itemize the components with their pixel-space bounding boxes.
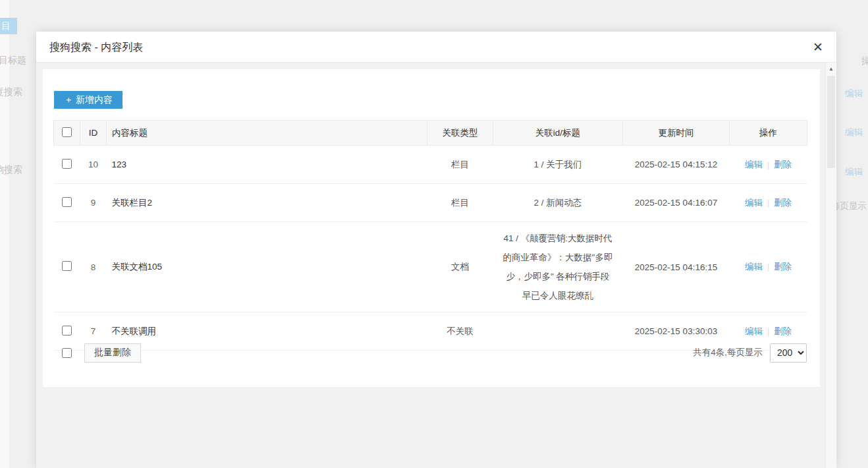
row-checkbox[interactable] <box>62 326 72 336</box>
cell-rel: 41 / 《颠覆营销:大数据时代的商业革命》：大数据"多即少，少即多" 各种行销… <box>493 222 623 312</box>
background-sidebar <box>0 0 9 468</box>
background-label-baidu-search: 度搜索 <box>0 86 22 98</box>
background-summary-fragment: 每页显示 <box>831 200 867 212</box>
select-all-checkbox[interactable] <box>62 127 72 137</box>
content-card: ＋ 新增内容 ID 内容标题 关联类型 关联id/标题 更新时间 操作 <box>43 69 820 387</box>
background-ops-header-fragment: 操作 <box>861 55 868 67</box>
cell-time: 2025-02-15 04:16:07 <box>623 184 730 222</box>
table-row: 8 关联文档105 文档 41 / 《颠覆营销:大数据时代的商业革命》：大数据"… <box>54 222 807 312</box>
dialog-header: 搜狗搜索 - 内容列表 ✕ <box>36 32 836 63</box>
op-separator: | <box>767 198 769 208</box>
header-ops: 操作 <box>730 121 807 146</box>
delete-link[interactable]: 删除 <box>774 326 792 336</box>
table-footer: 批量删除 共有4条,每页显示 200 <box>53 341 807 364</box>
background-edit-link: 编辑 <box>845 166 863 178</box>
cell-ops: 编辑|删除 <box>730 184 807 222</box>
op-separator: | <box>767 327 769 336</box>
add-content-button[interactable]: ＋ 新增内容 <box>54 91 122 109</box>
cell-ops: 编辑|删除 <box>730 146 807 184</box>
delete-link[interactable]: 删除 <box>774 160 792 169</box>
header-id: ID <box>80 121 107 146</box>
cell-time: 2025-02-15 04:16:15 <box>623 222 730 312</box>
cell-time: 2025-02-15 04:15:12 <box>623 146 730 184</box>
edit-link[interactable]: 编辑 <box>745 198 763 208</box>
page-size-select[interactable]: 200 <box>770 343 807 363</box>
content-list-dialog: 搜狗搜索 - 内容列表 ✕ ▲ ＋ 新增内容 ID 内容标题 关联类型 <box>36 32 836 468</box>
edit-link[interactable]: 编辑 <box>745 326 763 336</box>
background-active-menu-item: 目 <box>0 18 17 34</box>
cell-rel: 1 / 关于我们 <box>493 146 623 184</box>
cell-title: 关联栏目2 <box>107 184 427 222</box>
header-title: 内容标题 <box>107 121 427 146</box>
background-label-column-title: 目标题 <box>0 55 26 67</box>
cell-type: 栏目 <box>427 184 493 222</box>
edit-link[interactable]: 编辑 <box>745 262 763 272</box>
table-header-row: ID 内容标题 关联类型 关联id/标题 更新时间 操作 <box>54 121 807 146</box>
footer-select-all-checkbox[interactable] <box>62 348 72 358</box>
cell-title: 关联文档105 <box>107 222 427 312</box>
scrollbar-thumb[interactable] <box>827 76 835 168</box>
table-row: 10 123 栏目 1 / 关于我们 2025-02-15 04:15:12 编… <box>54 146 807 184</box>
cell-rel: 2 / 新闻动态 <box>493 184 623 222</box>
cell-id: 9 <box>80 184 107 222</box>
background-edit-link: 编辑 <box>845 88 863 100</box>
page-summary: 共有4条,每页显示 <box>693 347 763 359</box>
scrollbar-up-arrow-icon[interactable]: ▲ <box>826 66 836 72</box>
row-checkbox[interactable] <box>62 261 72 271</box>
cell-type: 栏目 <box>427 146 493 184</box>
background-label-sogou-search: 狗搜索 <box>0 164 22 176</box>
background-edit-link: 编辑 <box>845 127 863 138</box>
delete-link[interactable]: 删除 <box>774 198 792 208</box>
vertical-scrollbar[interactable]: ▲ <box>825 63 836 468</box>
cell-id: 8 <box>80 222 107 312</box>
batch-delete-button[interactable]: 批量删除 <box>84 343 141 363</box>
header-time: 更新时间 <box>623 121 730 146</box>
dialog-title: 搜狗搜索 - 内容列表 <box>49 32 143 63</box>
op-separator: | <box>767 262 769 272</box>
edit-link[interactable]: 编辑 <box>745 160 763 169</box>
close-icon[interactable]: ✕ <box>813 39 823 55</box>
op-separator: | <box>767 160 769 169</box>
delete-link[interactable]: 删除 <box>774 262 792 272</box>
header-rel: 关联id/标题 <box>493 121 623 146</box>
header-type: 关联类型 <box>427 121 493 146</box>
table-row: 9 关联栏目2 栏目 2 / 新闻动态 2025-02-15 04:16:07 … <box>54 184 807 222</box>
row-checkbox[interactable] <box>62 197 72 207</box>
cell-ops: 编辑|删除 <box>730 222 807 312</box>
cell-type: 文档 <box>427 222 493 312</box>
cell-title: 123 <box>107 146 427 184</box>
cell-id: 10 <box>80 146 107 184</box>
select-all-header <box>54 121 80 146</box>
row-checkbox[interactable] <box>62 159 72 169</box>
content-table: ID 内容标题 关联类型 关联id/标题 更新时间 操作 10 123 栏目 1… <box>53 120 807 351</box>
